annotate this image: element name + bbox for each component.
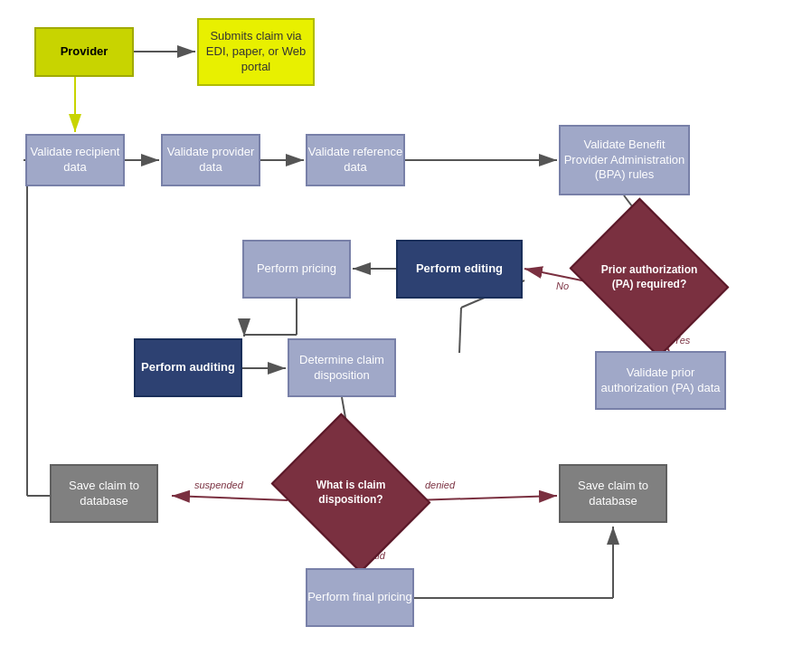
prior-auth-diamond: Prior authorization (PA) required?: [586, 228, 713, 328]
svg-line-19: [172, 496, 288, 500]
validate-reference-node: Validate reference data: [306, 134, 405, 186]
validate-provider-node: Validate provider data: [161, 134, 260, 186]
label-suspended: suspended: [194, 479, 243, 490]
save-denied-label: Save claim to database: [561, 479, 666, 509]
validate-pa-label: Validate prior authorization (PA) data: [597, 365, 724, 396]
arrows-layer: [0, 0, 812, 655]
flowchart-diagram: No Yes suspended denied paid Provider Su…: [0, 0, 812, 655]
submits-claim-node: Submits claim via EDI, paper, or Web por…: [197, 18, 315, 86]
label-no: No: [556, 280, 569, 291]
validate-provider-label: Validate provider data: [163, 145, 259, 176]
perform-final-pricing-label: Perform final pricing: [307, 590, 412, 605]
svg-line-17: [459, 308, 461, 353]
provider-label: Provider: [61, 44, 109, 60]
determine-disposition-label: Determine claim disposition: [289, 353, 394, 384]
perform-pricing-label: Perform pricing: [257, 261, 336, 277]
svg-line-20: [414, 496, 557, 500]
provider-node: Provider: [34, 27, 134, 77]
validate-reference-label: Validate reference data: [307, 145, 403, 176]
validate-pa-node: Validate prior authorization (PA) data: [595, 351, 726, 410]
save-suspended-node: Save claim to database: [50, 464, 158, 523]
perform-auditing-node: Perform auditing: [134, 338, 242, 397]
perform-pricing-node: Perform pricing: [242, 240, 351, 299]
perform-editing-node: Perform editing: [396, 240, 523, 299]
perform-editing-label: Perform editing: [416, 261, 503, 277]
save-denied-node: Save claim to database: [559, 464, 667, 523]
determine-disposition-node: Determine claim disposition: [288, 338, 396, 397]
prior-auth-label: Prior authorization (PA) required?: [586, 260, 713, 295]
perform-final-pricing-node: Perform final pricing: [306, 568, 414, 627]
validate-bpa-node: Validate Benefit Provider Administration…: [559, 125, 690, 195]
save-suspended-label: Save claim to database: [52, 479, 156, 509]
validate-bpa-label: Validate Benefit Provider Administration…: [561, 138, 688, 184]
perform-auditing-label: Perform auditing: [141, 360, 235, 375]
validate-recipient-label: Validate recipient data: [27, 145, 123, 176]
label-denied: denied: [425, 479, 455, 490]
claim-disposition-diamond: What is claim disposition?: [288, 443, 414, 543]
validate-recipient-node: Validate recipient data: [25, 134, 125, 186]
claim-disposition-label: What is claim disposition?: [288, 475, 414, 510]
submits-label: Submits claim via EDI, paper, or Web por…: [199, 29, 313, 75]
